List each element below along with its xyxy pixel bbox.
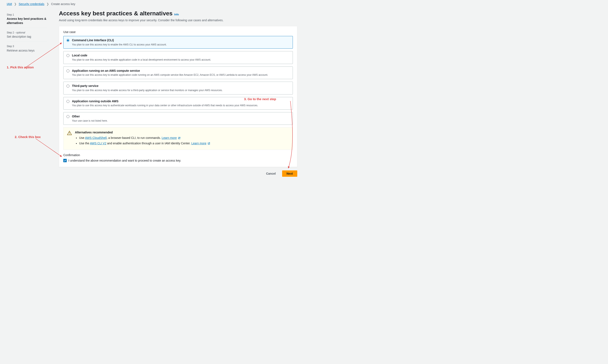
usecase-option-other[interactable]: Other Your use case is not listed here. <box>63 112 293 125</box>
wizard-step-2[interactable]: Step 2 - optional Set description tag <box>7 28 47 42</box>
external-link-icon <box>178 136 181 141</box>
svg-point-1 <box>69 134 70 134</box>
alternative-item: Use the AWS CLI V2 and enable authentica… <box>79 141 289 146</box>
option-desc: You plan to use this access key to authe… <box>72 104 290 107</box>
wizard-steps-sidebar: Step 1 Access key best practices & alter… <box>0 8 51 177</box>
usecase-option-aws-compute[interactable]: Application running on an AWS compute se… <box>63 66 293 79</box>
cloudshell-link[interactable]: AWS CloudShell <box>85 136 107 140</box>
breadcrumb-current: Create access key <box>51 2 75 6</box>
option-title: Local code <box>72 53 290 58</box>
page-title: Access key best practices & alternatives <box>59 9 172 17</box>
breadcrumb-security-credentials[interactable]: Security credentials <box>19 2 44 6</box>
confirmation-checkbox[interactable] <box>63 159 67 162</box>
option-title: Application running outside AWS <box>72 99 290 104</box>
confirmation-label: Confirmation <box>63 153 293 157</box>
radio-icon <box>66 85 69 88</box>
option-desc: You plan to use this access key to enabl… <box>72 58 290 62</box>
chevron-right-icon: ❯ <box>14 2 17 6</box>
info-link[interactable]: Info <box>174 13 179 16</box>
confirmation-text: I understand the above recommendation an… <box>68 159 181 163</box>
usecase-option-third-party[interactable]: Third-party service You plan to use this… <box>63 82 293 94</box>
usecase-option-outside-aws[interactable]: Application running outside AWS You plan… <box>63 97 293 110</box>
step-label: Step 1 <box>7 13 47 17</box>
option-title: Command Line Interface (CLI) <box>72 38 290 42</box>
learn-more-link[interactable]: Learn more <box>162 136 177 140</box>
external-link-icon <box>208 142 210 146</box>
option-desc: You plan to use this access key to enabl… <box>72 43 290 47</box>
breadcrumb-iam[interactable]: IAM <box>7 2 12 6</box>
option-title: Other <box>72 115 290 119</box>
cli-v2-link[interactable]: AWS CLI V2 <box>90 142 106 145</box>
learn-more-link[interactable]: Learn more <box>191 142 206 145</box>
option-desc: You plan to use this access key to enabl… <box>72 73 290 77</box>
radio-icon <box>66 54 69 57</box>
breadcrumb: IAM ❯ Security credentials ❯ Create acce… <box>0 0 304 8</box>
page-description: Avoid using long-term credentials like a… <box>59 18 297 23</box>
radio-icon <box>66 100 69 103</box>
next-button[interactable]: Next <box>282 170 297 177</box>
usecase-option-local-code[interactable]: Local code You plan to use this access k… <box>63 51 293 64</box>
step-title: Retrieve access keys <box>7 49 47 53</box>
alternatives-recommended-box: Alternatives recommended Use AWS CloudSh… <box>63 127 293 150</box>
chevron-right-icon: ❯ <box>47 2 49 6</box>
option-desc: You plan to use this access key to enabl… <box>72 89 290 92</box>
option-title: Application running on an AWS compute se… <box>72 69 290 73</box>
alternatives-title: Alternatives recommended <box>75 130 289 135</box>
alternative-item: Use AWS CloudShell, a browser-based CLI,… <box>79 136 289 141</box>
usecase-label: Use case <box>63 30 293 34</box>
warning-triangle-icon <box>67 130 72 147</box>
option-title: Third-party service <box>72 84 290 88</box>
step-title: Set description tag <box>7 35 47 39</box>
option-desc: Your use case is not listed here. <box>72 119 290 123</box>
step-label: Step 2 - optional <box>7 31 47 35</box>
radio-icon <box>66 39 69 42</box>
wizard-step-1[interactable]: Step 1 Access key best practices & alter… <box>7 10 47 28</box>
step-label: Step 3 <box>7 45 47 48</box>
main-panel: Use case Command Line Interface (CLI) Yo… <box>59 26 297 167</box>
cancel-button[interactable]: Cancel <box>262 170 280 177</box>
wizard-step-3[interactable]: Step 3 Retrieve access keys <box>7 42 47 55</box>
usecase-option-cli[interactable]: Command Line Interface (CLI) You plan to… <box>63 36 293 49</box>
radio-icon <box>66 69 69 72</box>
step-title: Access key best practices & alternatives <box>7 17 47 25</box>
radio-icon <box>66 115 69 118</box>
